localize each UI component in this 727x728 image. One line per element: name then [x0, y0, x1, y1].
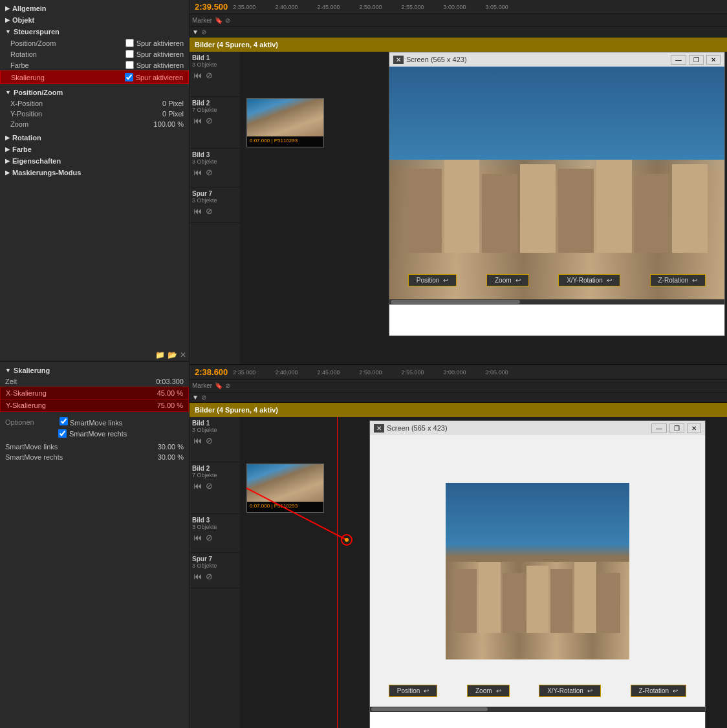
top-preview-xy-rotation-btn[interactable]: X/Y-Rotation ↩ — [558, 274, 620, 286]
bottom-preview-close-btn[interactable]: ✕ — [687, 423, 701, 433]
top-track4-nav2[interactable]: ⊘ — [204, 205, 214, 217]
track-rotation-checkbox[interactable] — [125, 50, 134, 58]
folder-open-icon[interactable]: 📂 — [168, 350, 177, 359]
top-preview-image — [389, 67, 724, 299]
bottom-marker-btn-1[interactable]: 🔖 — [215, 382, 222, 389]
bottom-time-display: 2:38.600 — [195, 367, 228, 377]
top-track2-nav2[interactable]: ⊘ — [204, 114, 214, 127]
maskierungs-section[interactable]: ▶ Maskierungs-Modus — [0, 167, 189, 178]
top-preview-position-btn[interactable]: Position ↩ — [408, 274, 457, 286]
bottom-ruler-mark-3: 2:50.000 — [359, 369, 382, 376]
bottom-track2-nav1[interactable]: ⏮ — [192, 480, 203, 492]
top-preview-zoom-btn[interactable]: Zoom ↩ — [486, 274, 529, 286]
bottom-preview-minimize[interactable]: — — [651, 423, 667, 433]
top-track3-nav2[interactable]: ⊘ — [204, 166, 214, 178]
farbe-arrow: ▶ — [5, 146, 10, 153]
bottom-preview-scrollbar[interactable] — [370, 707, 705, 712]
eigenschaften-label: Eigenschaften — [12, 157, 61, 165]
top-track1-nav2[interactable]: ⊘ — [204, 69, 214, 81]
bottom-preview-close-icon[interactable]: ✕ — [374, 424, 384, 433]
ruler-mark-5: 3:00.000 — [444, 4, 466, 10]
position-zoom-section[interactable]: ▼ Position/Zoom — [0, 87, 189, 98]
folder-icon[interactable]: 📁 — [155, 350, 165, 359]
close-panel-icon[interactable]: ✕ — [180, 350, 186, 359]
track-position-zoom-checkbox[interactable] — [125, 39, 134, 47]
y-position-row: Y-Position 0 Pixel — [0, 109, 189, 119]
top-preview-position-icon: ↩ — [443, 277, 448, 284]
track-farbe-label: Farbe — [10, 61, 69, 69]
ruler-mark-4: 2:55.000 — [402, 4, 424, 10]
bottom-timeline: 2:38.600 2:35.000 2:40.000 2:45.000 2:50… — [190, 364, 727, 728]
bottom-preview-titlebar: ✕ Screen (565 x 423) — ❐ ✕ — [370, 421, 705, 435]
farbe-section[interactable]: ▶ Farbe — [0, 144, 189, 155]
rotation-section[interactable]: ▶ Rotation — [0, 132, 189, 144]
bottom-track4-nav1[interactable]: ⏮ — [192, 570, 203, 583]
bottom-preview-position-btn[interactable]: Position ↩ — [389, 685, 438, 697]
steuerspuren-section[interactable]: ▼ Steuerspuren — [0, 26, 189, 37]
bottom-track1-nav1[interactable]: ⏮ — [192, 434, 203, 447]
bottom-track4-nav2[interactable]: ⊘ — [204, 570, 214, 583]
rotation-label: Rotation — [12, 134, 41, 142]
farbe-label: Farbe — [12, 145, 32, 153]
bottom-track-toggle[interactable]: ▼ — [192, 394, 199, 401]
smartmove-links-checkbox[interactable] — [60, 417, 68, 425]
zoom-value: 100.00 % — [154, 120, 184, 128]
bottom-image-section-header: Bilder (4 Spuren, 4 aktiv) — [190, 403, 727, 417]
bottom-track3-nav2[interactable]: ⊘ — [204, 531, 214, 544]
objekt-label: Objekt — [12, 16, 34, 24]
top-preview-xy-rotation-icon: ↩ — [607, 277, 612, 284]
top-track4-nav1[interactable]: ⏮ — [192, 205, 203, 217]
objekt-section[interactable]: ▶ Objekt — [0, 14, 189, 26]
top-track3-nav1[interactable]: ⏮ — [192, 166, 203, 178]
bottom-track3-nav1[interactable]: ⏮ — [192, 531, 203, 544]
y-position-value: 0 Pixel — [162, 110, 184, 118]
top-preview-scrollbar[interactable] — [389, 299, 724, 305]
position-zoom-label: Position/Zoom — [14, 89, 63, 96]
top-preview-zoom-icon: ↩ — [515, 277, 521, 284]
x-skalierung-value: 45.00 % — [157, 389, 183, 397]
y-skalierung-label: Y-Skalierung — [6, 401, 46, 409]
bottom-thumbnail-label: 0:07.000 | P5110293 — [247, 502, 323, 512]
eigenschaften-arrow: ▶ — [5, 158, 10, 164]
track-skalierung-checkbox[interactable] — [125, 73, 133, 81]
top-marker-btn-1[interactable]: 🔖 — [215, 17, 222, 24]
top-track-toggle[interactable]: ▼ — [192, 28, 199, 36]
y-skalierung-value: 75.00 % — [157, 401, 183, 409]
ruler-mark-1: 2:40.000 — [275, 4, 298, 10]
track-farbe-checkbox-label: Spur aktivieren — [136, 61, 184, 69]
top-track2-nav1[interactable]: ⏮ — [192, 114, 203, 127]
track-position-zoom-controls: Spur aktivieren — [125, 39, 184, 47]
eigenschaften-section[interactable]: ▶ Eigenschaften — [0, 155, 189, 167]
skalierung-section-header[interactable]: ▼ Skalierung — [0, 365, 189, 376]
allgemein-section[interactable]: ▶ Allgemein — [0, 3, 189, 14]
top-preview-body: Position ↩ Zoom ↩ X/Y-Rotation ↩ — [389, 67, 724, 299]
bottom-track2-count: 7 Objekte — [192, 472, 237, 478]
top-preview-z-rotation-btn[interactable]: Z-Rotation ↩ — [650, 274, 706, 286]
bottom-thumbnail: 0:07.000 | P5110293 — [246, 464, 324, 513]
top-marker-btn-2[interactable]: ⊘ — [225, 17, 230, 24]
bottom-preview-title: Screen (565 x 423) — [387, 424, 448, 432]
bottom-preview-xy-rotation-btn[interactable]: X/Y-Rotation ↩ — [539, 685, 601, 697]
bottom-track2-nav2[interactable]: ⊘ — [204, 480, 214, 492]
bottom-preview-z-rotation-btn[interactable]: Z-Rotation ↩ — [631, 685, 687, 697]
bottom-marker-reset[interactable]: ⊘ — [201, 394, 206, 401]
top-marker-reset[interactable]: ⊘ — [201, 28, 206, 36]
track-farbe-checkbox[interactable] — [125, 61, 134, 69]
top-time-display: 2:39.500 — [195, 2, 228, 12]
zoom-row: Zoom 100.00 % — [0, 119, 189, 129]
top-preview-close-btn[interactable]: ✕ — [706, 55, 721, 65]
bottom-track1-nav2[interactable]: ⊘ — [204, 434, 214, 447]
bottom-ruler-mark-4: 2:55.000 — [402, 369, 424, 376]
smartmove-rechts-checkbox[interactable] — [58, 429, 67, 438]
top-track1-nav1[interactable]: ⏮ — [192, 69, 203, 81]
bottom-marker-btn-2[interactable]: ⊘ — [225, 382, 230, 389]
bottom-panel-header: 📁 📂 ✕ — [0, 349, 189, 361]
top-preview-minimize[interactable]: — — [671, 55, 686, 65]
top-preview-restore[interactable]: ❐ — [689, 55, 704, 65]
bottom-preview-zoom-btn[interactable]: Zoom ↩ — [467, 685, 510, 697]
top-preview-close-icon[interactable]: ✕ — [393, 56, 404, 64]
left-panel: ▶ Allgemein ▶ Objekt ▼ Steuerspuren Posi… — [0, 0, 190, 728]
top-left-panel: ▶ Allgemein ▶ Objekt ▼ Steuerspuren Posi… — [0, 0, 189, 349]
zeit-value: 0:03.300 — [156, 378, 184, 385]
bottom-preview-restore[interactable]: ❐ — [669, 423, 684, 433]
